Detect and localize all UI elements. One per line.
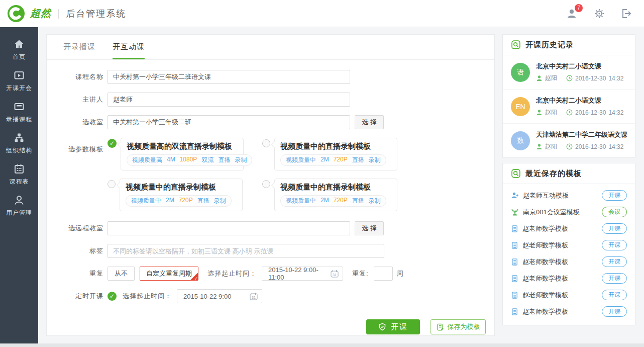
recorder-icon — [13, 101, 25, 113]
param-template-label: 选参数模板 — [47, 145, 103, 154]
save-as-template-button[interactable]: 保存为模板 — [431, 319, 486, 334]
radio-icon[interactable] — [262, 139, 270, 147]
repeat-custom-button[interactable]: 自定义重复周期 ✓ — [140, 267, 198, 281]
sidebar-item-user-management[interactable]: 用户管理 — [0, 194, 38, 225]
classroom-select-button[interactable]: 选 择 — [355, 115, 384, 129]
check-circle-icon[interactable]: ✓ — [108, 139, 117, 148]
history-date: 2016-12-30 — [575, 109, 606, 116]
saved-templates-panel: 最近保存的模板 赵老师互动模板 — [502, 163, 635, 325]
history-course-name: 北京中关村二小语文课 — [536, 96, 623, 105]
sidebar-item-recorded-courses[interactable]: 录播课程 — [0, 101, 38, 132]
history-teacher: 赵阳 — [545, 108, 557, 117]
template-tag: 直播 — [352, 156, 364, 164]
radio-icon[interactable] — [262, 180, 270, 188]
classroom-input[interactable] — [108, 115, 350, 129]
template-action-button[interactable]: 会议 — [602, 207, 627, 217]
schedule-time-input[interactable]: 2015-10-22 9:00 31 — [177, 289, 262, 303]
saved-template-item: 赵老师数学模板 开课 — [503, 253, 635, 270]
course-tabs: 开录播课 开互动课 — [47, 35, 494, 60]
document-icon — [511, 308, 518, 316]
clock-icon — [566, 109, 573, 116]
template-tag: 720P — [334, 197, 348, 205]
template-tags: 视频质量高4M1080P双流直播录制 — [127, 154, 252, 166]
saved-template-name: 赵老师数学模板 — [522, 224, 602, 233]
svg-text:31: 31 — [252, 296, 256, 299]
template-action-button[interactable]: 开课 — [602, 240, 627, 250]
user-management-icon — [13, 194, 25, 206]
template-tag: 4M — [167, 156, 175, 164]
sidebar-item-home[interactable]: 首页 — [0, 38, 38, 69]
document-icon — [511, 241, 518, 249]
document-check-icon — [437, 323, 444, 331]
param-template-option-1[interactable]: ✓ 视频质量高的双流直播录制模板 视频质量高4M1080P双流直播录制 — [108, 138, 244, 170]
sidebar-item-org-structure[interactable]: 组织结构 — [0, 132, 38, 163]
template-tag: 视频质量中 — [131, 197, 161, 205]
tags-input[interactable] — [108, 244, 384, 258]
saved-template-item: 赵老师数学模板 开课 — [503, 270, 635, 287]
history-list-item: 语 北京中关村二小语文课 赵阳 — [503, 55, 635, 89]
notification-badge: 7 — [575, 4, 583, 12]
tags-label: 标签 — [47, 246, 103, 255]
remote-classroom-select-button[interactable]: 选 择 — [355, 221, 384, 235]
template-action-button[interactable]: 开课 — [602, 306, 627, 317]
person-icon — [536, 75, 543, 82]
template-action-button[interactable]: 开课 — [602, 223, 627, 234]
logout-icon[interactable] — [620, 7, 633, 20]
history-course-name: 天津塘沽第二中学二年级语文课 — [536, 130, 627, 139]
template-action-button[interactable]: 开课 — [602, 256, 627, 267]
teacher-input[interactable] — [108, 93, 350, 107]
scheduled-start-label: 定时开课 — [47, 292, 103, 301]
clock-icon — [566, 75, 573, 81]
template-tag: 720P — [334, 156, 348, 164]
template-tag: 2M — [320, 156, 329, 164]
history-list-item: 数 天津塘沽第二中学二年级语文课 赵阳 — [503, 123, 635, 157]
calendar-icon: 31 — [331, 270, 339, 278]
gear-icon[interactable] — [593, 7, 606, 20]
classroom-label: 选教室 — [47, 118, 103, 127]
radio-icon[interactable] — [108, 180, 116, 188]
repeat-never-button[interactable]: 从不 — [108, 267, 135, 281]
param-template-option-4[interactable]: 视频质量中的直播录制模板 视频质量中2M720P直播录制 — [262, 179, 398, 211]
template-action-button[interactable]: 开课 — [602, 273, 627, 284]
saved-template-name: 赵老师数学模板 — [522, 307, 602, 316]
saved-template-name: 赵老师数学模板 — [522, 274, 602, 283]
remote-classroom-input[interactable] — [108, 221, 350, 235]
template-tag: 1080P — [180, 156, 197, 164]
tab-interactive-class[interactable]: 开互动课 — [113, 35, 145, 59]
param-template-option-3[interactable]: 视频质量中的直播录制模板 视频质量中2M720P直播录制 — [108, 179, 244, 211]
course-form-card: 开录播课 开互动课 课程名称 主讲人 选教室 选 择 — [46, 34, 495, 336]
history-date: 2016-12-30 — [575, 75, 606, 82]
sidebar-item-start-class-meeting[interactable]: 开课开会 — [0, 69, 38, 101]
org-structure-icon — [13, 132, 25, 144]
template-tag: 2M — [166, 197, 174, 205]
param-template-option-2[interactable]: 视频质量中的直播录制模板 视频质量中2M720P直播录制 — [262, 138, 398, 170]
subject-avatar: EN — [511, 97, 530, 116]
saved-template-name: 赵老师数学模板 — [522, 257, 602, 267]
saved-template-item: 赵老师数学模板 开课 — [503, 220, 635, 237]
tab-recorded-class[interactable]: 开录播课 — [63, 35, 95, 59]
template-action-button[interactable]: 开课 — [602, 290, 627, 300]
template-tag: 视频质量中 — [286, 156, 316, 164]
user-icon[interactable]: 7 — [566, 7, 579, 20]
history-course-name: 北京中关村二小语文课 — [536, 62, 623, 71]
search-box-icon — [511, 40, 521, 50]
saved-template-name: 赵老师数学模板 — [522, 241, 602, 250]
history-list: 语 北京中关村二小语文课 赵阳 — [503, 55, 635, 157]
template-tags: 视频质量中2M720P直播录制 — [280, 154, 386, 166]
saved-templates-list: 赵老师互动模板 开课 南京001会议室模板 — [503, 184, 635, 325]
template-action-button[interactable]: 开课 — [602, 190, 627, 201]
search-box-icon — [511, 168, 521, 179]
home-icon — [13, 38, 25, 50]
saved-template-name: 赵老师数学模板 — [522, 291, 602, 300]
template-tags: 视频质量中2M720P直播录制 — [126, 195, 232, 207]
sidebar-item-timetable[interactable]: 课程表 — [0, 163, 38, 194]
history-teacher: 赵阳 — [545, 74, 557, 82]
document-icon — [511, 291, 518, 299]
repeat-time-input[interactable]: 2015-10-22 9:00-11:00 31 — [262, 267, 343, 281]
course-name-input[interactable] — [108, 70, 350, 84]
start-class-button[interactable]: 开课 — [366, 319, 420, 334]
check-circle-icon[interactable]: ✓ — [108, 292, 117, 301]
template-tag: 720P — [179, 197, 193, 205]
repeat-count-input[interactable] — [374, 267, 393, 281]
person-icon — [536, 143, 543, 150]
